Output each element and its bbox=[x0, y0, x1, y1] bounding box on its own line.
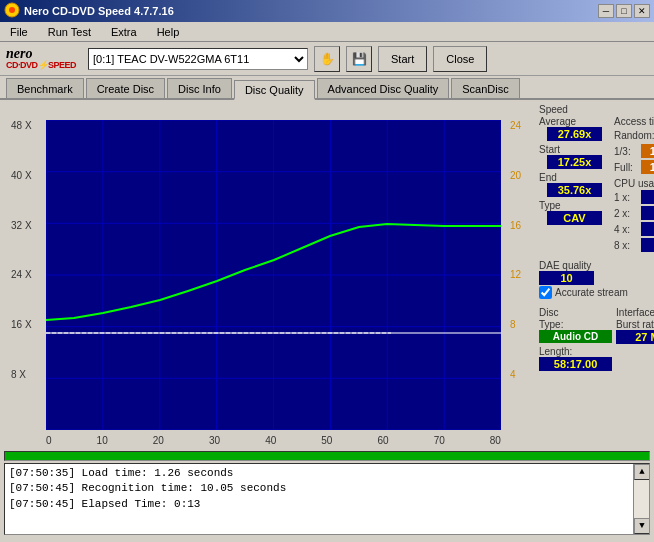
cpu-title: CPU usage bbox=[614, 178, 654, 189]
x-axis: 0 10 20 30 40 50 60 70 80 bbox=[46, 435, 501, 446]
save-button[interactable]: 💾 bbox=[346, 46, 372, 72]
end-value: 35.76x bbox=[547, 183, 602, 197]
end-label: End bbox=[539, 172, 557, 183]
close-button[interactable]: Close bbox=[433, 46, 487, 72]
menu-run-test[interactable]: Run Test bbox=[42, 24, 97, 40]
cpu-1x-value: 0 % bbox=[641, 190, 654, 204]
accurate-stream-checkbox[interactable] bbox=[539, 286, 552, 299]
tab-disc-info[interactable]: Disc Info bbox=[167, 78, 232, 98]
menu-file[interactable]: File bbox=[4, 24, 34, 40]
accurate-stream-row: Accurate stream bbox=[539, 286, 654, 299]
one-third-label: 1/3: bbox=[614, 146, 631, 157]
title-bar: Nero CD-DVD Speed 4.7.7.16 ─ □ ✕ bbox=[0, 0, 654, 22]
speed-section: Speed Average 27.69x Start 17.25x End 35… bbox=[539, 104, 654, 252]
end-block: End 35.76x bbox=[539, 172, 610, 197]
main-content: 48 X 40 X 32 X 24 X 16 X 8 X bbox=[0, 100, 654, 450]
chart-container: 48 X 40 X 32 X 24 X 16 X 8 X bbox=[0, 100, 535, 450]
hand-icon-button[interactable]: ✋ bbox=[314, 46, 340, 72]
disc-length-label: Length: bbox=[539, 346, 612, 357]
disc-section: Disc Type: Audio CD Length: 58:17.00 Int… bbox=[539, 307, 654, 371]
cpu-2x-value: 1 % bbox=[641, 206, 654, 220]
toolbar: nero CD·DVD⚡SPEED [0:1] TEAC DV-W522GMA … bbox=[0, 42, 654, 76]
cpu-1x-label: 1 x: bbox=[614, 192, 630, 203]
start-label: Start bbox=[539, 144, 560, 155]
average-label: Average bbox=[539, 116, 576, 127]
cpu-2x-label: 2 x: bbox=[614, 208, 630, 219]
drive-selector[interactable]: [0:1] TEAC DV-W522GMA 6T11 bbox=[88, 48, 308, 70]
type-label: Type bbox=[539, 200, 561, 211]
dae-section: DAE quality 10 Accurate stream bbox=[539, 260, 654, 299]
log-line-3: [07:50:45] Elapsed Time: 0:13 bbox=[9, 497, 629, 512]
nero-logo-subtitle: CD·DVD⚡SPEED bbox=[6, 61, 76, 70]
scroll-up-button[interactable]: ▲ bbox=[634, 464, 650, 480]
full-label: Full: bbox=[614, 162, 633, 173]
nero-logo-text: nero bbox=[6, 47, 76, 61]
start-block: Start 17.25x bbox=[539, 144, 610, 169]
type-block: Type CAV bbox=[539, 200, 610, 225]
scroll-down-button[interactable]: ▼ bbox=[634, 518, 650, 534]
disc-type-label: Type: bbox=[539, 319, 612, 330]
menu-extra[interactable]: Extra bbox=[105, 24, 143, 40]
start-value: 17.25x bbox=[547, 155, 602, 169]
chart-area bbox=[46, 120, 501, 430]
burst-value: 27 MB/s bbox=[616, 330, 654, 344]
cpu-8x-value: 5 % bbox=[641, 238, 654, 252]
window-controls: ─ □ ✕ bbox=[598, 4, 650, 18]
progress-bar-fill bbox=[5, 452, 649, 460]
cpu-8x-label: 8 x: bbox=[614, 240, 630, 251]
log-line-2: [07:50:45] Recognition time: 10.05 secon… bbox=[9, 481, 629, 496]
restore-button[interactable]: □ bbox=[616, 4, 632, 18]
y-axis-right: 24 20 16 12 8 4 bbox=[510, 120, 521, 430]
access-title: Access times bbox=[614, 116, 654, 127]
burst-label: Burst rate: bbox=[616, 319, 654, 330]
close-window-button[interactable]: ✕ bbox=[634, 4, 650, 18]
y-axis-left: 48 X 40 X 32 X 24 X 16 X 8 X bbox=[11, 120, 32, 430]
start-button[interactable]: Start bbox=[378, 46, 427, 72]
dae-title: DAE quality bbox=[539, 260, 654, 271]
speed-cols: Average 27.69x Start 17.25x End 35.76x T… bbox=[539, 116, 654, 252]
svg-point-1 bbox=[9, 7, 15, 13]
log-scrollbar: ▲ ▼ bbox=[633, 464, 649, 534]
log-lines: [07:50:35] Load time: 1.26 seconds [07:5… bbox=[5, 464, 633, 534]
nero-logo: nero CD·DVD⚡SPEED bbox=[6, 47, 76, 70]
minimize-button[interactable]: ─ bbox=[598, 4, 614, 18]
tab-scandisc[interactable]: ScanDisc bbox=[451, 78, 519, 98]
interface-title: Interface bbox=[616, 307, 654, 318]
cpu-4x-value: 2 % bbox=[641, 222, 654, 236]
window-title: Nero CD-DVD Speed 4.7.7.16 bbox=[24, 5, 174, 17]
tab-advanced-disc-quality[interactable]: Advanced Disc Quality bbox=[317, 78, 450, 98]
log-line-1: [07:50:35] Load time: 1.26 seconds bbox=[9, 466, 629, 481]
full-value: 159 ms bbox=[641, 160, 654, 174]
one-third-value: 115 ms bbox=[641, 144, 654, 158]
cpu-4x-label: 4 x: bbox=[614, 224, 630, 235]
chart-svg bbox=[46, 120, 501, 430]
menu-help[interactable]: Help bbox=[151, 24, 186, 40]
scroll-track[interactable] bbox=[634, 480, 649, 518]
tab-create-disc[interactable]: Create Disc bbox=[86, 78, 165, 98]
stats-panel: Speed Average 27.69x Start 17.25x End 35… bbox=[535, 100, 654, 450]
accurate-stream-label: Accurate stream bbox=[555, 287, 628, 298]
log-area: [07:50:35] Load time: 1.26 seconds [07:5… bbox=[4, 463, 650, 535]
disc-title: Disc bbox=[539, 307, 612, 318]
random-label: Random: bbox=[614, 130, 654, 141]
tab-benchmark[interactable]: Benchmark bbox=[6, 78, 84, 98]
log-content: [07:50:35] Load time: 1.26 seconds [07:5… bbox=[5, 464, 649, 534]
dae-value: 10 bbox=[539, 271, 594, 285]
tab-bar: Benchmark Create Disc Disc Info Disc Qua… bbox=[0, 76, 654, 100]
chart-wrapper: 48 X 40 X 32 X 24 X 16 X 8 X bbox=[46, 120, 501, 430]
disc-length-value: 58:17.00 bbox=[539, 357, 612, 371]
disc-type-value: Audio CD bbox=[539, 330, 612, 343]
tab-disc-quality[interactable]: Disc Quality bbox=[234, 80, 315, 100]
menu-bar: File Run Test Extra Help bbox=[0, 22, 654, 42]
average-block: Average 27.69x bbox=[539, 116, 610, 141]
type-value: CAV bbox=[547, 211, 602, 225]
app-icon bbox=[4, 2, 20, 20]
progress-bar-container bbox=[4, 451, 650, 461]
average-value: 27.69x bbox=[547, 127, 602, 141]
speed-title: Speed bbox=[539, 104, 654, 115]
disc-cols: Disc Type: Audio CD Length: 58:17.00 Int… bbox=[539, 307, 654, 371]
